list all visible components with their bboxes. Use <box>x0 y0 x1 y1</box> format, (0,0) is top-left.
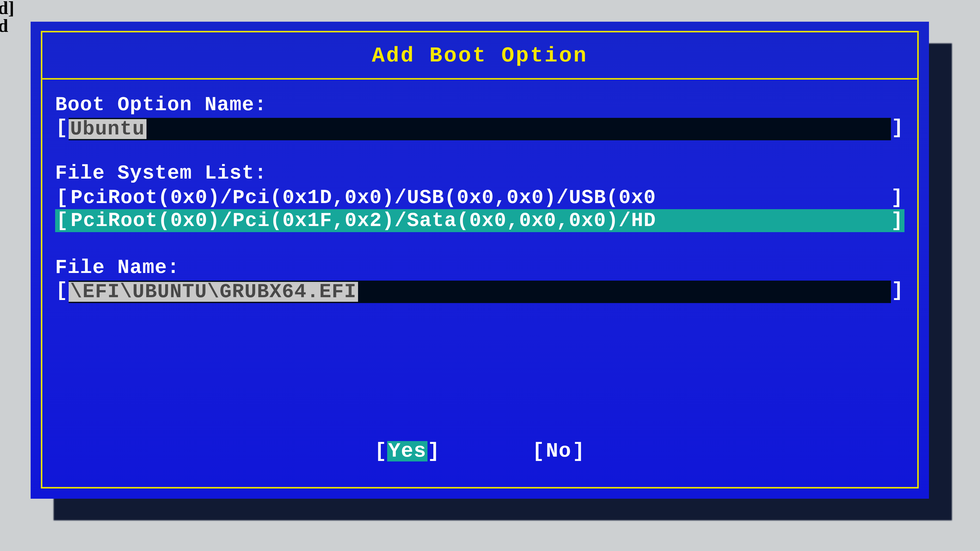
yes-button[interactable]: [ Yes ] <box>374 441 440 462</box>
bracket-open: [ <box>374 441 387 462</box>
file-system-list-item-text: PciRoot(0x0)/Pci(0x1D,0x0)/USB(0x0,0x0)/… <box>70 188 890 208</box>
bracket-open: [ <box>55 211 70 230</box>
bracket-open: [ <box>532 441 545 462</box>
boot-option-name-label: Boot Option Name: <box>55 95 904 115</box>
dialog-content: Boot Option Name: [ Ubuntu ] File System… <box>42 79 917 487</box>
file-system-list-label: File System List: <box>55 163 904 183</box>
bracket-close: ] <box>891 118 904 140</box>
bracket-close: ] <box>890 211 904 230</box>
file-name-section: File Name: [ \EFI\UBUNTU\GRUBX64.EFI ] <box>55 258 904 308</box>
file-name-field[interactable]: [ \EFI\UBUNTU\GRUBX64.EFI ] <box>55 281 904 303</box>
bracket-open: [ <box>55 118 68 140</box>
bracket-close: ] <box>890 188 904 208</box>
file-system-list-item-text: PciRoot(0x0)/Pci(0x1F,0x2)/Sata(0x0,0x0,… <box>70 211 890 230</box>
boot-option-name-input[interactable]: Ubuntu <box>68 118 891 140</box>
no-button-label: No <box>545 441 573 462</box>
boot-option-name-value: Ubuntu <box>68 119 146 139</box>
no-button[interactable]: [ No ] <box>532 441 585 462</box>
add-boot-option-dialog: Add Boot Option Boot Option Name: [ Ubun… <box>30 22 929 499</box>
file-system-list: File System List: [ PciRoot(0x0)/Pci(0x1… <box>55 163 904 232</box>
file-name-input[interactable]: \EFI\UBUNTU\GRUBX64.EFI <box>68 281 891 303</box>
bracket-open: [ <box>55 281 68 303</box>
confirm-buttons-row: [ Yes ] [ No ] <box>55 433 904 477</box>
dialog-frame: Add Boot Option Boot Option Name: [ Ubun… <box>41 31 919 489</box>
boot-option-name-field[interactable]: [ Ubuntu ] <box>55 118 904 140</box>
dialog-title: Add Boot Option <box>372 44 588 68</box>
background-text-fragment-2: ed <box>0 15 8 37</box>
bracket-close: ] <box>573 441 585 462</box>
bracket-close: ] <box>428 441 440 462</box>
file-system-list-item[interactable]: [ PciRoot(0x0)/Pci(0x1F,0x2)/Sata(0x0,0x… <box>55 209 904 232</box>
file-name-label: File Name: <box>55 258 904 278</box>
bracket-close: ] <box>891 281 904 303</box>
bracket-open: [ <box>55 188 70 208</box>
file-system-list-item[interactable]: [ PciRoot(0x0)/Pci(0x1D,0x0)/USB(0x0,0x0… <box>55 186 904 209</box>
dialog-titlebar: Add Boot Option <box>42 32 917 79</box>
yes-button-label: Yes <box>387 441 428 462</box>
file-name-value: \EFI\UBUNTU\GRUBX64.EFI <box>68 282 358 302</box>
